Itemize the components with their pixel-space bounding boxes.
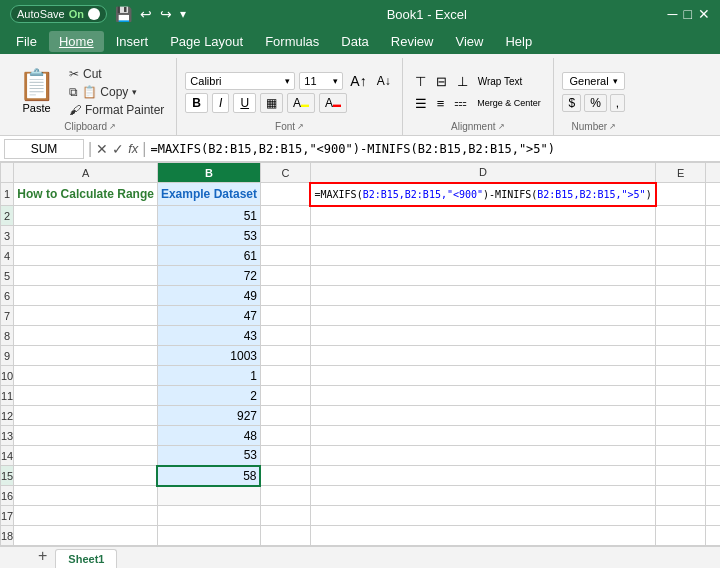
cut-button[interactable]: ✂ Cut bbox=[65, 66, 168, 82]
cell-C3[interactable] bbox=[260, 226, 310, 246]
cell-D18[interactable] bbox=[310, 526, 655, 546]
underline-button[interactable]: U bbox=[233, 93, 256, 113]
cell-B14[interactable]: 53 bbox=[157, 446, 260, 466]
number-format-dropdown[interactable]: General ▾ bbox=[562, 72, 625, 90]
alignment-label[interactable]: Alignment ↗ bbox=[451, 118, 504, 135]
align-center-button[interactable]: ≡ bbox=[433, 94, 449, 113]
cell-D9[interactable] bbox=[310, 346, 655, 366]
cell-E18[interactable] bbox=[656, 526, 706, 546]
insert-function-icon[interactable]: fx bbox=[128, 141, 138, 156]
cell-D13[interactable] bbox=[310, 426, 655, 446]
cell-B17[interactable] bbox=[157, 506, 260, 526]
cell-E11[interactable] bbox=[656, 386, 706, 406]
cell-A2[interactable] bbox=[14, 206, 158, 226]
number-expand-icon[interactable]: ↗ bbox=[609, 122, 616, 131]
row-header-14[interactable]: 14 bbox=[1, 446, 14, 466]
row-header-4[interactable]: 4 bbox=[1, 246, 14, 266]
paste-button[interactable]: 📋 Paste bbox=[12, 65, 61, 116]
col-header-C[interactable]: C bbox=[260, 163, 310, 183]
cell-D6[interactable] bbox=[310, 286, 655, 306]
align-top-button[interactable]: ⊤ bbox=[411, 72, 430, 91]
cell-F7[interactable] bbox=[706, 306, 720, 326]
cell-F5[interactable] bbox=[706, 266, 720, 286]
cell-F17[interactable] bbox=[706, 506, 720, 526]
menu-review[interactable]: Review bbox=[381, 31, 444, 52]
cell-C18[interactable] bbox=[260, 526, 310, 546]
cell-E5[interactable] bbox=[656, 266, 706, 286]
cell-E7[interactable] bbox=[656, 306, 706, 326]
cell-A13[interactable] bbox=[14, 426, 158, 446]
comma-button[interactable]: , bbox=[610, 94, 625, 112]
cell-D11[interactable] bbox=[310, 386, 655, 406]
cell-E4[interactable] bbox=[656, 246, 706, 266]
font-size-dropdown[interactable]: 11 ▾ bbox=[299, 72, 343, 90]
menu-data[interactable]: Data bbox=[331, 31, 378, 52]
cell-E14[interactable] bbox=[656, 446, 706, 466]
wrap-text-button[interactable]: Wrap Text bbox=[474, 74, 527, 89]
cell-D17[interactable] bbox=[310, 506, 655, 526]
cell-A11[interactable] bbox=[14, 386, 158, 406]
cell-F12[interactable] bbox=[706, 406, 720, 426]
cell-E15[interactable] bbox=[656, 466, 706, 486]
cell-B8[interactable]: 43 bbox=[157, 326, 260, 346]
cell-E12[interactable] bbox=[656, 406, 706, 426]
cell-C14[interactable] bbox=[260, 446, 310, 466]
row-header-6[interactable]: 6 bbox=[1, 286, 14, 306]
cell-C13[interactable] bbox=[260, 426, 310, 446]
cell-F16[interactable] bbox=[706, 486, 720, 506]
font-label[interactable]: Font ↗ bbox=[275, 118, 304, 135]
cell-F6[interactable] bbox=[706, 286, 720, 306]
menu-file[interactable]: File bbox=[6, 31, 47, 52]
cell-D10[interactable] bbox=[310, 366, 655, 386]
cell-C10[interactable] bbox=[260, 366, 310, 386]
cell-D14[interactable] bbox=[310, 446, 655, 466]
cell-B3[interactable]: 53 bbox=[157, 226, 260, 246]
sheet-tab-sheet1[interactable]: Sheet1 bbox=[55, 549, 117, 568]
align-middle-button[interactable]: ⊟ bbox=[432, 72, 451, 91]
cell-F3[interactable] bbox=[706, 226, 720, 246]
font-expand-icon[interactable]: ↗ bbox=[297, 122, 304, 131]
cell-B9[interactable]: 1003 bbox=[157, 346, 260, 366]
dollar-button[interactable]: $ bbox=[562, 94, 581, 112]
cell-A17[interactable] bbox=[14, 506, 158, 526]
cell-F2[interactable] bbox=[706, 206, 720, 226]
cell-B16[interactable] bbox=[157, 486, 260, 506]
cell-B1[interactable]: Example Dataset bbox=[157, 183, 260, 206]
cell-B5[interactable]: 72 bbox=[157, 266, 260, 286]
cell-B13[interactable]: 48 bbox=[157, 426, 260, 446]
cell-C16[interactable] bbox=[260, 486, 310, 506]
cell-F1[interactable] bbox=[706, 183, 720, 206]
confirm-icon[interactable]: ✓ bbox=[112, 141, 124, 157]
font-size-increase-button[interactable]: A↑ bbox=[347, 72, 369, 90]
cell-E10[interactable] bbox=[656, 366, 706, 386]
cell-A4[interactable] bbox=[14, 246, 158, 266]
cell-F11[interactable] bbox=[706, 386, 720, 406]
cell-A12[interactable] bbox=[14, 406, 158, 426]
cell-E2[interactable] bbox=[656, 206, 706, 226]
cell-D2[interactable] bbox=[310, 206, 655, 226]
cell-C4[interactable] bbox=[260, 246, 310, 266]
cell-C6[interactable] bbox=[260, 286, 310, 306]
menu-help[interactable]: Help bbox=[495, 31, 542, 52]
cell-F18[interactable] bbox=[706, 526, 720, 546]
minimize-icon[interactable]: ─ bbox=[668, 6, 678, 22]
save-icon[interactable]: 💾 bbox=[115, 6, 132, 22]
row-header-12[interactable]: 12 bbox=[1, 406, 14, 426]
spreadsheet-grid[interactable]: A B C D E F G 1 How to Calculate Range E… bbox=[0, 162, 720, 546]
cell-B2[interactable]: 51 bbox=[157, 206, 260, 226]
cell-A18[interactable] bbox=[14, 526, 158, 546]
cell-D7[interactable] bbox=[310, 306, 655, 326]
row-header-3[interactable]: 3 bbox=[1, 226, 14, 246]
cell-C11[interactable] bbox=[260, 386, 310, 406]
corner-header[interactable] bbox=[1, 163, 14, 183]
maximize-icon[interactable]: □ bbox=[684, 6, 692, 22]
format-painter-button[interactable]: 🖌 Format Painter bbox=[65, 102, 168, 118]
row-header-13[interactable]: 13 bbox=[1, 426, 14, 446]
cell-F10[interactable] bbox=[706, 366, 720, 386]
col-header-B[interactable]: B bbox=[157, 163, 260, 183]
menu-page-layout[interactable]: Page Layout bbox=[160, 31, 253, 52]
fill-color-button[interactable]: A▬ bbox=[287, 93, 315, 113]
cell-E3[interactable] bbox=[656, 226, 706, 246]
cell-B11[interactable]: 2 bbox=[157, 386, 260, 406]
row-header-1[interactable]: 1 bbox=[1, 183, 14, 206]
